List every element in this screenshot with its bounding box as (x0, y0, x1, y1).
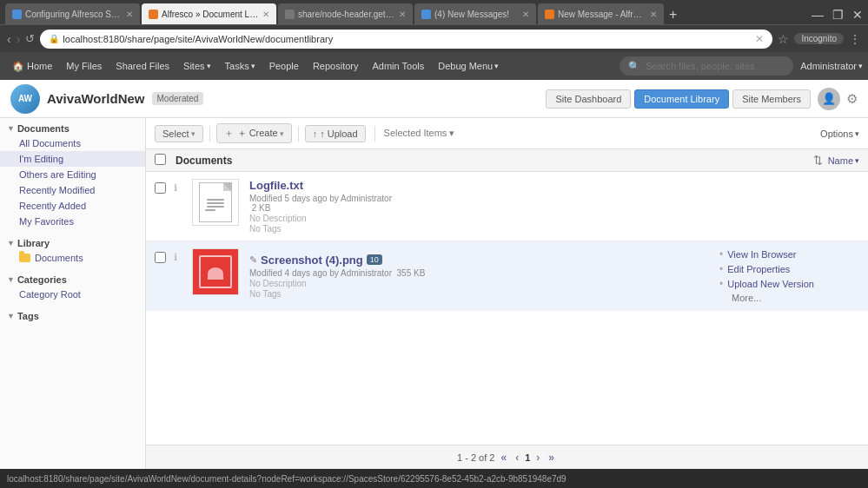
tab1-title[interactable]: Configuring Alfresco Share | Al... (25, 10, 123, 19)
sidebar-item-my-favorites[interactable]: My Favorites (0, 214, 145, 229)
restore-button[interactable]: ❐ (832, 8, 844, 22)
checkbox-all[interactable] (155, 154, 169, 168)
file2-action-upload-new-version[interactable]: • Upload New Version (719, 278, 859, 290)
pagination-page: 1 (525, 452, 530, 463)
nav-tasks[interactable]: Tasks▾ (218, 56, 262, 76)
sort-name-button[interactable]: Name ▾ (828, 155, 859, 166)
search-bar[interactable]: 🔍 (620, 56, 793, 76)
site-title: AvivaWorldNew (47, 91, 145, 106)
site-members-btn[interactable]: Site Members (732, 89, 811, 109)
options-button[interactable]: Options ▾ (820, 129, 859, 139)
forward-button[interactable]: › (17, 32, 21, 46)
sidebar-categories-title[interactable]: ▼ Categories (0, 271, 145, 287)
site-badge: Moderated (152, 92, 204, 105)
close-window-button[interactable]: ✕ (852, 8, 863, 22)
file2-description: No Description (249, 279, 716, 288)
sidebar-item-recently-added[interactable]: Recently Added (0, 198, 145, 214)
upload-button[interactable]: ↑ ↑ Upload (305, 125, 366, 142)
selected-items-button[interactable]: Selected Items ▾ (384, 128, 455, 139)
tab5-title[interactable]: New Message - Alfresco Hub (558, 10, 646, 19)
file2-info-icon: ℹ (174, 248, 188, 303)
tab4-close[interactable]: ✕ (522, 10, 529, 19)
nav-shared-files[interactable]: Shared Files (109, 56, 176, 76)
nav-repository[interactable]: Repository (306, 56, 366, 76)
site-logo: AW (10, 84, 40, 114)
sidebar-item-documents-folder[interactable]: Documents (0, 250, 145, 266)
file2-actions: • View In Browser • Edit Properties • Up… (716, 248, 859, 303)
file1-name[interactable]: Logfile.txt (249, 179, 303, 192)
reload-button[interactable]: ↺ (25, 32, 35, 45)
toolbar-separator3 (374, 126, 375, 142)
search-icon: 🔍 (628, 61, 640, 72)
sidebar-documents-title[interactable]: ▼ Documents (0, 118, 145, 135)
tab1-close[interactable]: ✕ (126, 10, 133, 19)
user-avatar[interactable]: 👤 (818, 88, 840, 110)
search-input[interactable] (646, 61, 785, 71)
file2-name[interactable]: Screenshot (4).png (261, 254, 363, 267)
table-row: ℹ Logfile.txt Modified 5 days ago by Adm… (146, 172, 868, 241)
file2-action-more[interactable]: More... (719, 293, 859, 303)
create-button[interactable]: ＋ ＋ Create ▾ (216, 123, 292, 143)
sidebar-tags-section: ▼ Tags (0, 307, 145, 323)
nav-debug-menu[interactable]: Debug Menu▾ (431, 56, 506, 76)
nav-people[interactable]: People (262, 56, 306, 76)
site-dashboard-btn[interactable]: Site Dashboard (546, 89, 631, 109)
tab3-title[interactable]: share/node-header.get.js at m... (298, 10, 395, 19)
file2-checkbox[interactable] (155, 252, 166, 263)
file1-description: No Description (249, 214, 859, 223)
document-library-btn[interactable]: Document Library (634, 89, 729, 109)
tags-collapse-arrow: ▼ (7, 312, 15, 320)
file1-info-icon: ℹ (174, 179, 188, 234)
bookmark-icon[interactable]: ☆ (778, 32, 789, 46)
folder-icon (19, 254, 30, 262)
upload-version-bullet: • (719, 278, 723, 290)
settings-gear-icon[interactable]: ⚙ (846, 91, 858, 107)
sort-toggle-icon[interactable]: ⇅ (813, 154, 823, 167)
pagination-next[interactable]: › (533, 451, 542, 465)
sidebar-item-im-editing[interactable]: I'm Editing (0, 151, 145, 167)
file2-action-view-browser[interactable]: • View In Browser (719, 248, 859, 260)
sidebar-item-recently-modified[interactable]: Recently Modified (0, 182, 145, 198)
tab2-title[interactable]: Alfresco » Document Library (162, 10, 259, 19)
status-url: localhost:8180/share/page/site/AvivaWorl… (7, 474, 861, 484)
nav-admin-tools[interactable]: Admin Tools (366, 56, 432, 76)
sidebar-categories-section: ▼ Categories Category Root (0, 271, 145, 302)
file2-thumbnail (192, 248, 239, 295)
incognito-badge: Incognito (794, 33, 844, 44)
upload-icon: ↑ (313, 129, 318, 139)
pagination-first[interactable]: « (498, 451, 509, 465)
documents-collapse-arrow: ▼ (7, 124, 15, 133)
minimize-button[interactable]: — (812, 8, 824, 22)
file1-checkbox[interactable] (155, 182, 166, 194)
admin-user-btn[interactable]: Administrator▾ (800, 61, 863, 71)
file1-tags: No Tags (249, 224, 859, 234)
file2-meta: Modified 4 days ago by Administrator 355… (249, 268, 716, 278)
tab2-close[interactable]: ✕ (262, 10, 269, 19)
chrome-menu-icon[interactable]: ⋮ (849, 32, 861, 46)
address-clear-icon[interactable]: ✕ (755, 33, 764, 45)
pagination-last[interactable]: » (546, 451, 557, 465)
nav-my-files[interactable]: My Files (59, 56, 109, 76)
file2-edit-pencil: ✎ (249, 254, 257, 266)
tab5-close[interactable]: ✕ (650, 10, 657, 19)
tab4-title[interactable]: (4) New Messages! (434, 10, 509, 19)
sidebar-item-others-editing[interactable]: Others are Editing (0, 167, 145, 182)
nav-sites[interactable]: Sites▾ (176, 56, 217, 76)
tab3-close[interactable]: ✕ (399, 10, 406, 19)
file1-meta: Modified 5 days ago by Administrator (249, 194, 859, 203)
add-tab-button[interactable]: + (669, 7, 677, 23)
file1-thumbnail (192, 179, 239, 226)
sidebar-item-category-root[interactable]: Category Root (0, 287, 145, 302)
library-collapse-arrow: ▼ (7, 239, 15, 247)
pagination-prev[interactable]: ‹ (513, 451, 521, 465)
edit-props-bullet: • (719, 263, 723, 275)
back-button[interactable]: ‹ (7, 32, 11, 46)
sidebar-library-title[interactable]: ▼ Library (0, 234, 145, 250)
select-button[interactable]: Select ▾ (155, 125, 203, 142)
file2-action-edit-properties[interactable]: • Edit Properties (719, 263, 859, 275)
path-label: Documents (176, 155, 232, 167)
address-bar[interactable]: localhost:8180/share/page/site/AvivaWorl… (63, 34, 752, 44)
sidebar-tags-title[interactable]: ▼ Tags (0, 307, 145, 323)
nav-home[interactable]: 🏠 Home (5, 56, 59, 76)
sidebar-item-all-documents[interactable]: All Documents (0, 135, 145, 151)
